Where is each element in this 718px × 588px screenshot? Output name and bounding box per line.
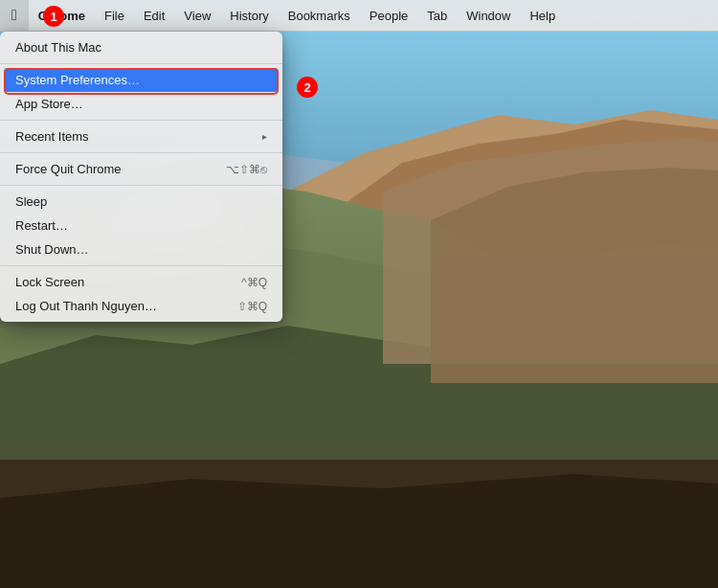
- menu-item-system-preferences[interactable]: System Preferences…: [4, 68, 279, 92]
- menubar-item-file[interactable]: File: [95, 0, 134, 31]
- menu-separator-5: [0, 265, 282, 266]
- menu-separator-1: [0, 63, 282, 64]
- menu-item-recent-items[interactable]: Recent Items ▸: [0, 124, 282, 148]
- menubar-item-edit[interactable]: Edit: [134, 0, 174, 31]
- force-quit-shortcut: ⌥⇧⌘⎋: [226, 163, 267, 176]
- menubar-item-history[interactable]: History: [220, 0, 278, 31]
- menu-item-lock-screen[interactable]: Lock Screen ^⌘Q: [0, 270, 282, 294]
- menubar-item-people[interactable]: People: [360, 0, 417, 31]
- menubar-item-chrome[interactable]: Chrome: [29, 0, 95, 31]
- apple-dropdown-menu: About This Mac System Preferences… App S…: [0, 32, 282, 322]
- menu-item-app-store[interactable]: App Store…: [0, 92, 282, 116]
- menubar:  Chrome File Edit View History Bookmark…: [0, 0, 718, 32]
- submenu-arrow: ▸: [262, 131, 267, 142]
- menu-item-force-quit[interactable]: Force Quit Chrome ⌥⇧⌘⎋: [0, 157, 282, 181]
- log-out-shortcut: ⇧⌘Q: [237, 300, 267, 313]
- menubar-item-bookmarks[interactable]: Bookmarks: [279, 0, 360, 31]
- menubar-item-tab[interactable]: Tab: [417, 0, 457, 31]
- menu-item-sleep[interactable]: Sleep: [0, 190, 282, 214]
- menu-item-restart[interactable]: Restart…: [0, 214, 282, 237]
- menu-item-shut-down[interactable]: Shut Down…: [0, 237, 282, 261]
- menubar-item-help[interactable]: Help: [520, 0, 565, 31]
- menu-separator-4: [0, 185, 282, 186]
- apple-menu-button[interactable]: : [0, 0, 29, 31]
- menu-separator-2: [0, 120, 282, 121]
- menu-item-log-out[interactable]: Log Out Thanh Nguyen… ⇧⌘Q: [0, 294, 282, 318]
- menubar-item-window[interactable]: Window: [457, 0, 520, 31]
- menu-separator-3: [0, 152, 282, 153]
- menubar-item-view[interactable]: View: [174, 0, 220, 31]
- menu-item-about-mac[interactable]: About This Mac: [0, 35, 282, 59]
- lock-screen-shortcut: ^⌘Q: [241, 276, 267, 289]
